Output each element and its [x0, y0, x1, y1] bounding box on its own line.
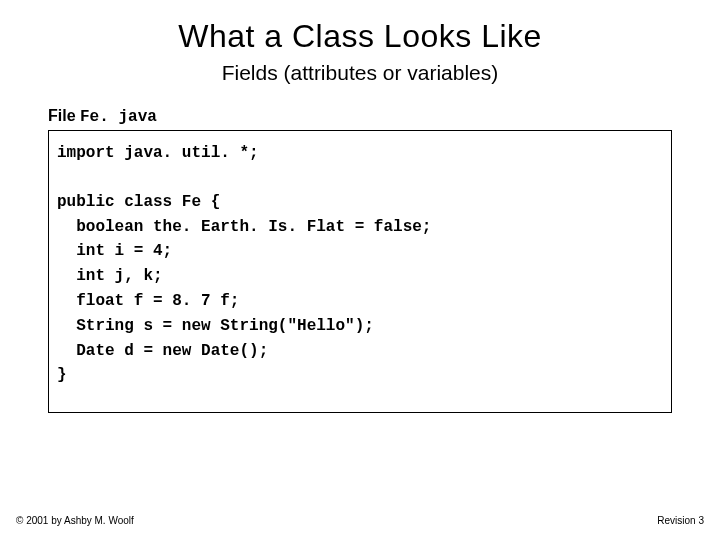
code-line: import java. util. *;: [57, 141, 663, 166]
footer-revision: Revision 3: [657, 515, 704, 526]
slide-subtitle: Fields (attributes or variables): [0, 61, 720, 85]
file-label: File Fe. java: [48, 107, 720, 126]
file-label-prefix: File: [48, 107, 80, 124]
code-box: import java. util. *; public class Fe { …: [48, 130, 672, 413]
footer-copyright: © 2001 by Ashby M. Woolf: [16, 515, 134, 526]
code-line: String s = new String("Hello");: [57, 314, 663, 339]
code-line: boolean the. Earth. Is. Flat = false;: [57, 215, 663, 240]
slide: What a Class Looks Like Fields (attribut…: [0, 0, 720, 540]
file-name: Fe. java: [80, 108, 157, 126]
code-line: float f = 8. 7 f;: [57, 289, 663, 314]
slide-title: What a Class Looks Like: [0, 0, 720, 55]
code-line: }: [57, 363, 663, 388]
code-line: Date d = new Date();: [57, 339, 663, 364]
blank-line: [57, 166, 663, 190]
code-line: int j, k;: [57, 264, 663, 289]
code-line: public class Fe {: [57, 190, 663, 215]
code-line: int i = 4;: [57, 239, 663, 264]
